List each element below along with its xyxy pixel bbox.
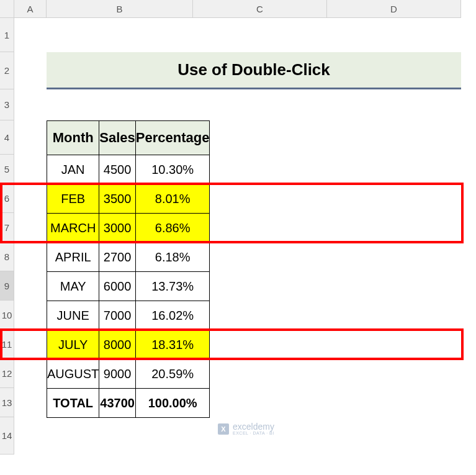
table-row: JUNE700016.02% — [47, 301, 210, 330]
cell-month[interactable]: AUGUST — [47, 360, 99, 389]
row-header-10[interactable]: 10 — [0, 301, 14, 330]
cell-sales[interactable]: 7000 — [99, 301, 136, 330]
header-month[interactable]: Month — [47, 121, 99, 155]
watermark-sub: EXCEL · DATA · BI — [233, 431, 274, 435]
data-table-container: Month Sales Percentage JAN450010.30%FEB3… — [47, 120, 210, 418]
table-row: AUGUST900020.59% — [47, 360, 210, 389]
cell-total-month[interactable]: TOTAL — [47, 389, 99, 418]
cell-month[interactable]: FEB — [47, 184, 99, 214]
header-percentage[interactable]: Percentage — [135, 121, 210, 155]
cell-sales[interactable]: 2700 — [99, 243, 136, 272]
cell-total-sales[interactable]: 43700 — [99, 389, 136, 418]
row-header-11[interactable]: 11 — [0, 330, 14, 359]
table-body: JAN450010.30%FEB35008.01%MARCH30006.86%A… — [47, 155, 210, 418]
cell-month[interactable]: MAY — [47, 272, 99, 301]
cell-percentage[interactable]: 18.31% — [135, 330, 210, 360]
cell-sales[interactable]: 3500 — [99, 184, 136, 214]
cell-sales[interactable]: 3000 — [99, 214, 136, 243]
row-header-3[interactable]: 3 — [0, 89, 14, 120]
cell-percentage[interactable]: 13.73% — [135, 272, 210, 301]
cell-sales[interactable]: 6000 — [99, 272, 136, 301]
table-row: JAN450010.30% — [47, 155, 210, 184]
cell-sales[interactable]: 4500 — [99, 155, 136, 184]
row-header-4[interactable]: 4 — [0, 120, 14, 155]
column-headers: ABCD — [14, 0, 461, 18]
watermark: exceldemy EXCEL · DATA · BI — [218, 422, 274, 435]
row-header-1[interactable]: 1 — [0, 18, 14, 52]
cell-month[interactable]: JAN — [47, 155, 99, 184]
table-row: JULY800018.31% — [47, 330, 210, 360]
cell-percentage[interactable]: 6.18% — [135, 243, 210, 272]
row-header-9[interactable]: 9 — [0, 271, 14, 301]
row-header-12[interactable]: 12 — [0, 359, 14, 388]
header-month-label: Month — [53, 130, 94, 145]
select-all-corner[interactable] — [0, 0, 14, 18]
row-header-8[interactable]: 8 — [0, 242, 14, 271]
row-header-13[interactable]: 13 — [0, 388, 14, 417]
row-header-2[interactable]: 2 — [0, 52, 14, 89]
cell-percentage[interactable]: 8.01% — [135, 184, 210, 214]
table-row: MAY600013.73% — [47, 272, 210, 301]
row-header-14[interactable]: 14 — [0, 417, 14, 455]
data-table: Month Sales Percentage JAN450010.30%FEB3… — [47, 120, 210, 418]
cell-percentage[interactable]: 20.59% — [135, 360, 210, 389]
cell-month[interactable]: JUNE — [47, 301, 99, 330]
cell-sales[interactable]: 8000 — [99, 330, 136, 360]
row-header-6[interactable]: 6 — [0, 184, 14, 213]
column-header-C[interactable]: C — [193, 0, 327, 18]
cell-percentage[interactable]: 10.30% — [135, 155, 210, 184]
row-header-5[interactable]: 5 — [0, 155, 14, 184]
cell-month[interactable]: MARCH — [47, 214, 99, 243]
cell-percentage[interactable]: 16.02% — [135, 301, 210, 330]
title-text: Use of Double-Click — [177, 60, 330, 79]
watermark-text: exceldemy EXCEL · DATA · BI — [233, 422, 274, 435]
table-row: APRIL27006.18% — [47, 243, 210, 272]
column-header-B[interactable]: B — [47, 0, 193, 18]
spreadsheet-grid: ABCD 1234567891011121314 Use of Double-C… — [0, 0, 476, 475]
watermark-name: exceldemy — [233, 422, 274, 431]
table-header-row: Month Sales Percentage — [47, 121, 210, 155]
table-row: MARCH30006.86% — [47, 214, 210, 243]
cell-percentage[interactable]: 6.86% — [135, 214, 210, 243]
column-header-A[interactable]: A — [14, 0, 47, 18]
row-header-7[interactable]: 7 — [0, 213, 14, 242]
title-bar: Use of Double-Click — [47, 52, 461, 89]
cell-sales[interactable]: 9000 — [99, 360, 136, 389]
row-headers: 1234567891011121314 — [0, 18, 14, 455]
column-header-D[interactable]: D — [327, 0, 461, 18]
header-percentage-label: Percentage — [136, 130, 210, 145]
table-row-total: TOTAL43700100.00% — [47, 389, 210, 418]
header-sales-label: Sales — [99, 130, 135, 145]
excel-icon — [218, 423, 229, 435]
cell-month[interactable]: JULY — [47, 330, 99, 360]
header-sales[interactable]: Sales — [99, 121, 136, 155]
cell-month[interactable]: APRIL — [47, 243, 99, 272]
cell-total-percentage[interactable]: 100.00% — [135, 389, 210, 418]
table-row: FEB35008.01% — [47, 184, 210, 214]
